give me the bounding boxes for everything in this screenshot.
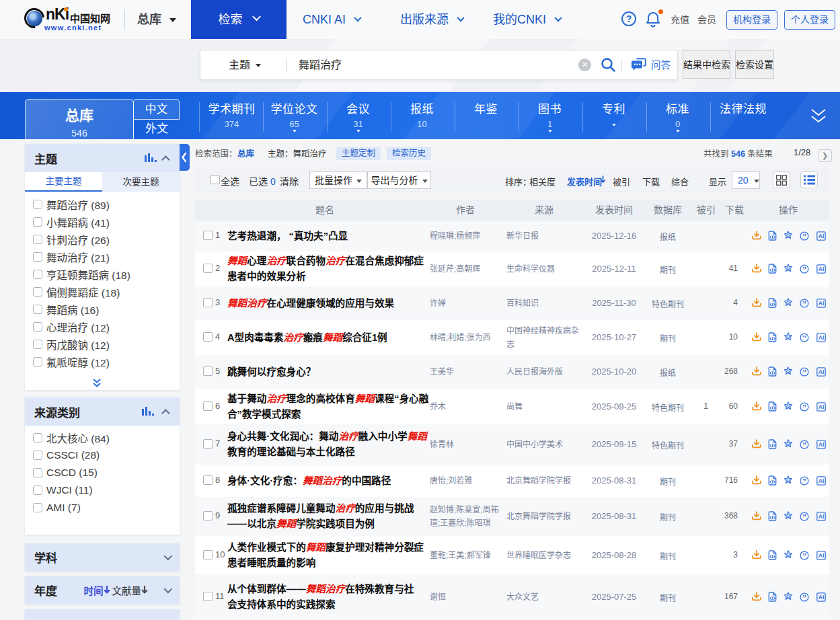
svg-text:AI: AI (818, 513, 825, 520)
svg-text:AI: AI (818, 477, 825, 484)
svg-text:”: ” (802, 334, 806, 342)
svg-text:AI: AI (818, 369, 825, 375)
svg-text:AI: AI (818, 300, 825, 307)
svg-text:”: ” (802, 477, 806, 486)
svg-text:AI: AI (818, 233, 825, 239)
svg-text:”: ” (802, 369, 806, 377)
svg-text:AI: AI (818, 266, 825, 272)
svg-text:AI: AI (818, 403, 825, 410)
svg-text:”: ” (802, 513, 806, 521)
svg-text:”: ” (802, 266, 806, 274)
svg-text:AI: AI (818, 441, 825, 448)
svg-text:AI: AI (818, 552, 825, 559)
svg-text:AI: AI (818, 334, 825, 341)
svg-text:”: ” (802, 403, 806, 412)
svg-text:”: ” (802, 594, 806, 602)
svg-text:”: ” (802, 300, 806, 308)
svg-text:”: ” (802, 233, 806, 241)
svg-text:”: ” (802, 441, 806, 449)
svg-text:AI: AI (818, 594, 825, 600)
svg-text:”: ” (802, 552, 806, 560)
